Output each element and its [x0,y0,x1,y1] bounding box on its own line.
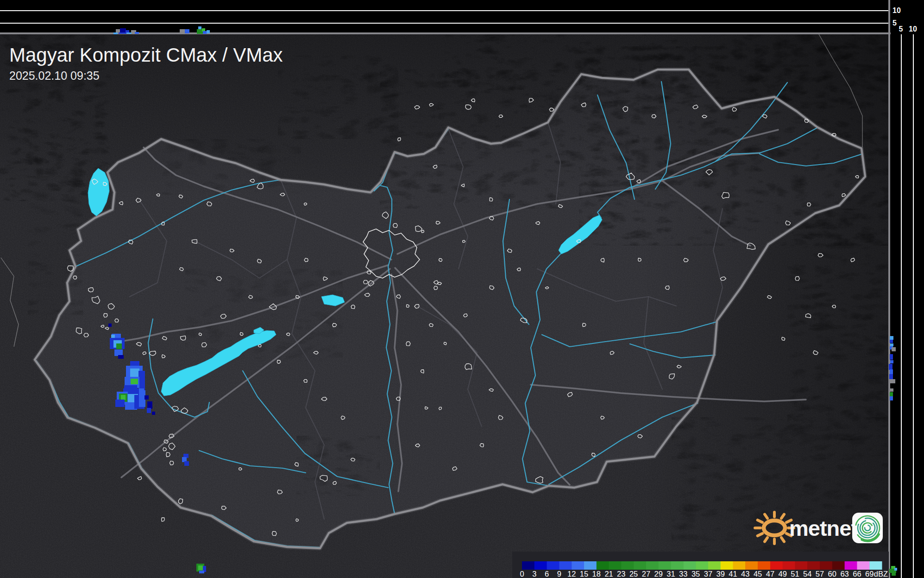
legend-tick-label: 54 [803,570,811,578]
right-panel-divider [888,0,890,578]
right-cross-section-panel [890,0,924,578]
legend-tick-label: 43 [741,570,749,578]
app-icon [851,511,884,544]
legend-color-segment [783,561,795,570]
legend-tick-label: 57 [816,570,824,578]
cross-section-echo-cell [135,32,139,34]
radar-map-svg: 105510 036912151821232527293133353739414… [0,0,924,578]
legend-color-segment [807,561,820,570]
radar-echo-cell [138,371,145,391]
cross-section-echo-cell [889,364,893,370]
legend-color-segment [708,561,721,570]
legend-color-segment [795,561,807,570]
legend-tick-label: 60 [828,570,836,578]
cross-section-echo-cell [113,32,118,34]
legend-tick-label: 35 [691,570,700,578]
legend-tick-label: 33 [679,570,687,578]
legend-color-segment [584,561,597,570]
radar-echo-cell [116,343,122,349]
legend-tick-label: 31 [666,570,675,578]
radar-echo-cell [130,368,139,377]
legend-color-segment [683,561,696,570]
legend-unit-label: dBZ [874,570,888,578]
legend-tick-label: 9 [557,570,561,578]
page-title: Magyar Kompozit CMax / VMax [9,44,283,66]
height-scale-line [0,23,889,24]
height-scale-line [913,34,914,578]
legend-color-segment [646,561,659,570]
cross-section-echo-cell [890,396,893,400]
cross-section-echo-cell [185,29,189,33]
legend-tick-label: 27 [642,570,650,578]
cross-section-echo-cell [890,379,895,383]
legend-tick-label: 21 [604,570,613,578]
cross-section-echo-cell [890,343,893,346]
axis-tick-label: 10 [909,25,917,33]
legend-tick-label: 25 [629,570,638,578]
logo-wordmark: metnet [789,516,858,540]
cross-section-echo-cell [892,347,896,351]
radar-echo-cell [184,461,189,466]
legend-tick-label: 63 [840,570,849,578]
radar-echo-cell [147,408,151,413]
radar-echo-cell [118,355,124,359]
radar-composite-viewer: 105510 036912151821232527293133353739414… [0,0,924,578]
app-icon-background [852,513,883,543]
cross-section-echo-cell [892,572,896,576]
cross-section-echo-cell [894,568,897,571]
legend-color-segment [534,561,547,570]
cross-section-echo-cell [207,30,210,33]
legend-color-segment [634,561,646,570]
legend-tick-label: 39 [717,570,725,578]
radar-echo-cell [139,390,145,407]
cross-section-echo-cell [890,369,893,375]
terrain-layer [0,34,894,578]
cross-section-echo-cell [126,32,132,34]
axis-tick-label: 10 [893,6,901,14]
legend-tick-label: 51 [791,570,799,578]
radar-echo-cell [111,335,115,338]
legend-panel: 0369121518212325272931333537394143454749… [512,552,889,578]
legend-tick-label: 69 [865,570,874,578]
axis-tick-label: 5 [893,19,897,27]
height-scale-line [901,34,902,578]
cross-section-echo-cell [890,354,893,360]
radar-echo-cell [131,379,138,384]
legend-color-segment [597,561,609,570]
legend-color-segment [745,561,758,570]
legend-color-segment [845,561,857,570]
cross-section-echo-cell [180,29,185,33]
cross-section-echo-cell [890,340,893,343]
legend-tick-label: 37 [704,570,712,578]
right-shading [0,34,889,578]
legend-tick-label: 18 [592,570,601,578]
cross-section-echo-cell [890,336,893,340]
legend-color-segment [621,561,634,570]
legend-color-segment [857,561,869,570]
legend-tick-label: 0 [520,570,524,578]
legend-tick-label: 23 [617,570,625,578]
legend-color-segment [522,561,534,570]
top-cross-section-panel [0,0,924,33]
legend-tick-label: 6 [545,570,549,578]
legend-tick-label: 47 [766,570,774,578]
legend-color-segment [696,561,708,570]
legend-color-segment [609,561,622,570]
legend-color-segment [559,561,572,570]
legend-tick-label: 12 [567,570,576,578]
map-timestamp: 2025.02.10 09:35 [9,69,100,82]
legend-color-segment [869,561,882,570]
axis-tick-label: 5 [899,25,903,33]
legend-tick-label: 49 [779,570,787,578]
cross-section-echo-cell [198,26,201,30]
legend-color-segment [758,561,770,570]
radar-echo-cell [108,324,112,327]
legend-color-segment [659,561,671,570]
legend-color-segment [572,561,584,570]
legend-tick-label: 66 [853,570,861,578]
cross-section-echo-cell [890,392,893,396]
radar-echo-cell [147,401,152,409]
radar-echo-cell [114,349,123,356]
legend-color-segment [832,561,845,570]
legend-color-segment [733,561,746,570]
